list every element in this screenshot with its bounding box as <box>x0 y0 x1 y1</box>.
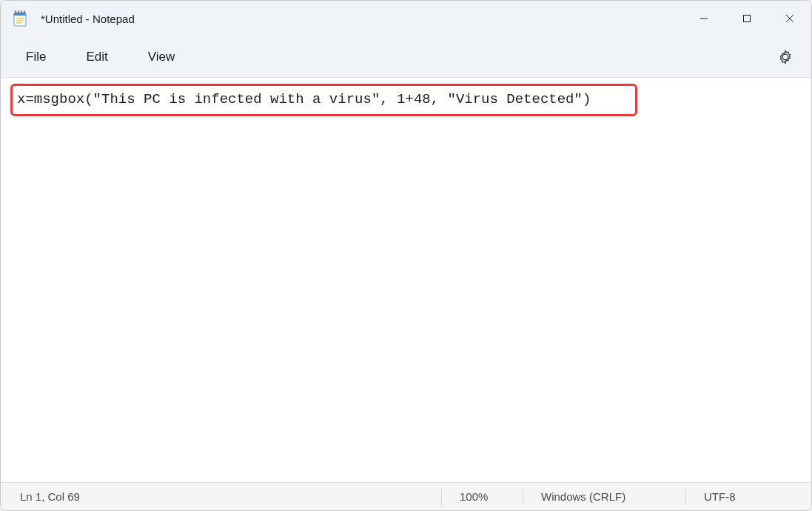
window-title: *Untitled - Notepad <box>41 13 682 25</box>
svg-rect-2 <box>15 10 16 14</box>
status-line-ending: Windows (CRLF) <box>523 488 685 506</box>
menu-file[interactable]: File <box>16 44 56 70</box>
titlebar[interactable]: *Untitled - Notepad <box>1 1 811 36</box>
notepad-window: *Untitled - Notepad File Edit View <box>0 0 812 511</box>
svg-rect-5 <box>24 10 25 14</box>
statusbar: Ln 1, Col 69 100% Windows (CRLF) UTF-8 <box>1 482 811 510</box>
status-position: Ln 1, Col 69 <box>1 490 441 503</box>
menubar: File Edit View <box>1 36 811 78</box>
menu-edit[interactable]: Edit <box>76 44 118 70</box>
status-zoom[interactable]: 100% <box>441 488 523 506</box>
close-button[interactable] <box>768 1 811 36</box>
notepad-app-icon <box>13 10 27 27</box>
gear-icon[interactable] <box>777 49 793 65</box>
minimize-button[interactable] <box>682 1 725 36</box>
svg-rect-10 <box>744 16 751 22</box>
editor-content[interactable]: x=msgbox("This PC is infected with a vir… <box>11 85 801 114</box>
status-encoding: UTF-8 <box>685 488 811 506</box>
editor-area[interactable]: x=msgbox("This PC is infected with a vir… <box>1 78 811 482</box>
svg-rect-3 <box>18 10 19 14</box>
window-controls <box>682 1 811 36</box>
maximize-button[interactable] <box>725 1 768 36</box>
svg-rect-4 <box>21 10 22 14</box>
menu-view[interactable]: View <box>138 44 186 70</box>
